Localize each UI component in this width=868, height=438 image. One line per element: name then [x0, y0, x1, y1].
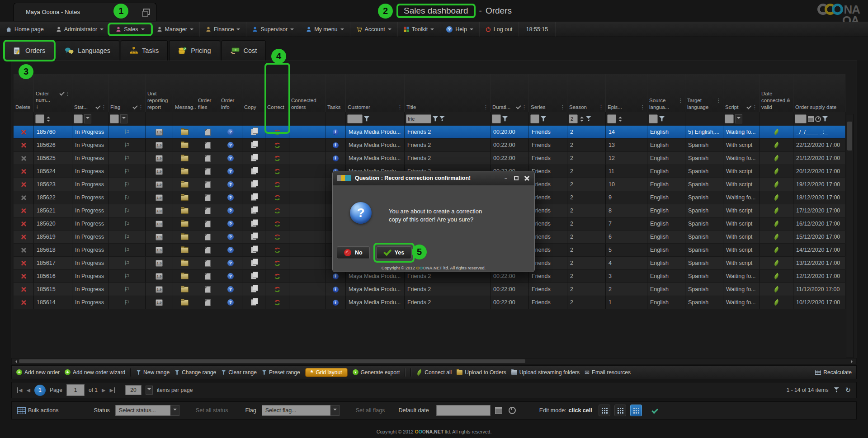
messages-icon[interactable] [181, 155, 189, 161]
messages-icon[interactable] [181, 169, 189, 174]
unit-report-icon[interactable] [156, 181, 163, 188]
column-header-unit-reporting-report[interactable]: Unit reporting report [146, 74, 173, 112]
order-info-icon[interactable] [227, 181, 234, 188]
menu-item-finance[interactable]: Finance [200, 22, 246, 37]
messages-icon[interactable] [181, 221, 189, 227]
preset-range-button[interactable]: Preset range [262, 369, 300, 376]
yes-button[interactable]: Yes [377, 246, 412, 259]
order-files-icon[interactable] [205, 221, 211, 227]
set-all-flags-button[interactable]: Set all flags [356, 407, 385, 414]
vertical-scrollbar[interactable] [846, 114, 854, 358]
scroll-right-icon[interactable] [851, 360, 854, 363]
title-filter-input[interactable] [406, 114, 431, 123]
page-size-value[interactable]: 20 [125, 385, 142, 395]
order-info-icon[interactable] [227, 247, 234, 253]
column-check-icon[interactable] [746, 104, 751, 109]
messages-icon[interactable] [181, 287, 189, 292]
leaf-icon[interactable] [773, 273, 779, 280]
flag-icon[interactable] [124, 273, 130, 280]
page-number-input[interactable] [66, 384, 85, 396]
menu-item-administrator[interactable]: Administrator [50, 22, 110, 37]
messages-icon[interactable] [181, 129, 189, 135]
leaf-icon[interactable] [773, 299, 779, 306]
menu-item-log-out[interactable]: Log out [480, 22, 519, 37]
upload-to-orders-button[interactable]: Upload to Orders [457, 369, 506, 376]
unit-report-icon[interactable] [156, 260, 163, 267]
column-header-script[interactable]: Script [723, 74, 760, 112]
leaf-icon[interactable] [773, 142, 779, 149]
customer-filter-input[interactable] [347, 114, 363, 123]
copy-icon[interactable] [251, 168, 256, 174]
flag-filter-input[interactable] [110, 114, 119, 123]
season-filter-input[interactable] [569, 114, 578, 123]
flag-icon[interactable] [124, 259, 130, 267]
copy-icon[interactable] [251, 142, 256, 148]
column-check-icon[interactable] [59, 90, 64, 95]
flag-icon[interactable] [124, 207, 130, 214]
default-date-input[interactable] [436, 405, 491, 416]
delete-icon[interactable] [21, 182, 27, 188]
order-files-icon[interactable] [205, 260, 211, 267]
flag-icon[interactable] [124, 233, 130, 240]
column-check-icon[interactable] [132, 104, 137, 109]
refresh-icon[interactable] [845, 386, 851, 394]
column-header-status[interactable]: Stat... [72, 74, 108, 112]
flag-select[interactable]: Select flag... [262, 405, 330, 416]
column-header-flag[interactable]: Flag [108, 74, 146, 112]
tab-pricing[interactable]: Pricing [169, 40, 220, 61]
order-files-icon[interactable] [205, 247, 211, 254]
correct-icon[interactable] [274, 155, 281, 162]
filter-funnel-icon[interactable] [364, 116, 369, 122]
series-filter-input[interactable] [530, 114, 539, 123]
column-menu-icon[interactable] [640, 104, 645, 110]
tasks-icon[interactable] [333, 155, 339, 161]
clear-filter-icon[interactable] [586, 116, 592, 122]
column-menu-icon[interactable] [522, 104, 527, 110]
unit-report-icon[interactable] [156, 168, 163, 175]
menu-item-account[interactable]: Account [350, 22, 398, 37]
column-header-order-supply-date[interactable]: Order supply date [793, 74, 845, 112]
flag-icon[interactable] [124, 141, 130, 149]
flag-icon[interactable] [124, 155, 130, 162]
leaf-icon[interactable] [773, 168, 779, 175]
copy-icon[interactable] [251, 221, 256, 227]
minimize-icon[interactable] [502, 175, 509, 181]
menu-item-my-menu[interactable]: My menu [300, 22, 350, 37]
table-row[interactable]: 185615In ProgressMaya Media Produ...Frie… [14, 283, 845, 296]
order-files-icon[interactable] [205, 142, 211, 149]
column-header-messages[interactable]: Messag... [173, 74, 196, 112]
correct-icon[interactable] [274, 247, 281, 254]
column-check-icon[interactable] [95, 104, 100, 109]
copy-icon[interactable] [251, 273, 256, 279]
unit-report-icon[interactable] [156, 299, 163, 306]
new-range-button[interactable]: New range [136, 369, 170, 376]
column-header-duration[interactable]: Durati... [491, 74, 529, 112]
spinner-icon[interactable] [618, 115, 623, 123]
upload-streaming-folders-button[interactable]: Upload streaming folders [511, 369, 580, 376]
order-info-icon[interactable] [227, 273, 234, 279]
column-header-delete[interactable]: Delete [14, 74, 34, 112]
order-info-icon[interactable] [227, 155, 234, 161]
copy-icon[interactable] [251, 286, 256, 292]
column-menu-icon[interactable] [101, 104, 106, 110]
column-menu-icon[interactable] [65, 90, 70, 97]
delete-icon[interactable] [21, 234, 27, 240]
tasks-icon[interactable] [333, 142, 339, 148]
order-info-icon[interactable] [227, 168, 234, 174]
menu-item-home-page[interactable]: Home page [0, 22, 50, 37]
order-info-icon[interactable] [227, 129, 234, 135]
leaf-icon[interactable] [773, 181, 779, 188]
column-header-order-files[interactable]: Order files [196, 74, 219, 112]
order-files-icon[interactable] [205, 286, 211, 293]
no-button[interactable]: No [337, 246, 370, 259]
filter-funnel-icon[interactable] [541, 116, 546, 122]
copy-icon[interactable] [251, 247, 256, 253]
flag-icon[interactable] [124, 194, 130, 201]
column-menu-icon[interactable] [483, 104, 488, 110]
menu-item-help[interactable]: Help [440, 22, 480, 37]
unit-report-icon[interactable] [156, 155, 163, 162]
duration-filter-input[interactable] [492, 114, 501, 123]
tasks-icon[interactable] [333, 273, 339, 279]
order-files-icon[interactable] [205, 168, 211, 175]
clear-range-button[interactable]: Clear range [221, 369, 257, 376]
